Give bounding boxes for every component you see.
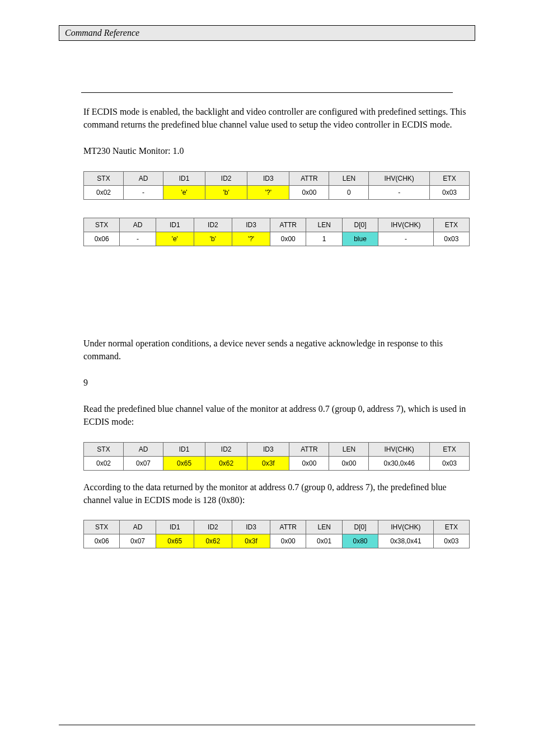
section-separator (81, 92, 453, 93)
table-header: IHV(CHK) (369, 442, 430, 456)
table-cell: 0x00 (270, 232, 306, 246)
table-header: ID3 (232, 218, 270, 232)
table-cell: 0x30,0x46 (369, 456, 430, 470)
ack-table: STXADID1ID2ID3ATTRLEND[0]IHV(CHK)ETX0x06… (83, 218, 470, 246)
table-header: ATTR (289, 442, 329, 456)
table-cell: - (123, 185, 163, 199)
footer-separator (59, 725, 475, 725)
table-header: ETX (433, 520, 469, 534)
table-header: ID2 (194, 218, 232, 232)
table-cell: 0x06 (84, 534, 120, 548)
table-cell: 0x01 (306, 534, 342, 548)
table-header: LEN (306, 218, 342, 232)
table-header: ID1 (163, 442, 205, 456)
table-cell: 0x03 (429, 456, 469, 470)
table-header: ID2 (205, 442, 247, 456)
table-header: LEN (329, 442, 369, 456)
table-header: ID1 (156, 520, 194, 534)
example-table-1: STXADID1ID2ID3ATTRLENIHV(CHK)ETX0x020x07… (83, 442, 470, 471)
table-cell: 0x3f (232, 534, 270, 548)
firmware-section: MT230 Nautic Monitor: 1.0 (83, 144, 470, 157)
table-cell: 0x06 (84, 232, 120, 246)
request-table-wrap: STXADID1ID2ID3ATTRLENIHV(CHK)ETX0x02-'e'… (83, 171, 470, 200)
nak-section: Under normal operation conditions, a dev… (83, 337, 470, 363)
example-t1-wrap: STXADID1ID2ID3ATTRLENIHV(CHK)ETX0x020x07… (83, 442, 470, 471)
table-header: ETX (429, 442, 469, 456)
table-header: AD (120, 218, 156, 232)
table-cell: 1 (306, 232, 342, 246)
example-p2-text: According to the data returned by the mo… (83, 481, 470, 506)
table-cell: 0x03 (429, 185, 469, 199)
table-header: ID1 (163, 171, 205, 185)
table-header: ETX (433, 218, 469, 232)
table-cell: 0x80 (342, 534, 378, 548)
table-cell: - (378, 232, 433, 246)
table-cell: 0x38,0x41 (378, 534, 433, 548)
table-header: ID2 (205, 171, 247, 185)
example-p1-text: Read the predefined blue channel value o… (83, 402, 470, 428)
page-header-text: Command Reference (65, 28, 139, 37)
table-header: AD (120, 520, 156, 534)
table-cell: 0x02 (84, 456, 124, 470)
table-cell: 'e' (156, 232, 194, 246)
table-header: ATTR (289, 171, 329, 185)
table-header: IHV(CHK) (369, 171, 430, 185)
table-cell: - (120, 232, 156, 246)
table-header: STX (84, 442, 124, 456)
table-header: IHV(CHK) (378, 520, 433, 534)
table-cell: 0x62 (205, 456, 247, 470)
table-cell: 0x00 (289, 456, 329, 470)
table-header: AD (123, 442, 163, 456)
table-cell: 0x3f (247, 456, 289, 470)
table-cell: '?' (232, 232, 270, 246)
table-cell: 0x07 (123, 456, 163, 470)
table-cell: 0x65 (156, 534, 194, 548)
description-section: If ECDIS mode is enabled, the backlight … (83, 105, 470, 131)
table-header: D[0] (342, 218, 378, 232)
table-cell: 0x62 (194, 534, 232, 548)
table-header: AD (123, 171, 163, 185)
table-cell: 0 (329, 185, 369, 199)
table-cell: - (369, 185, 430, 199)
table-cell: 0x03 (433, 534, 469, 548)
firmware-text: MT230 Nautic Monitor: 1.0 (83, 144, 470, 157)
nak-text: Under normal operation conditions, a dev… (83, 337, 470, 363)
table-header: ID3 (232, 520, 270, 534)
table-cell: 'b' (205, 185, 247, 199)
length-text: 9 (83, 376, 470, 389)
table-header: STX (84, 171, 124, 185)
table-cell: blue (342, 232, 378, 246)
table-header: ETX (429, 171, 469, 185)
request-table: STXADID1ID2ID3ATTRLENIHV(CHK)ETX0x02-'e'… (83, 171, 470, 200)
table-header: ID2 (194, 520, 232, 534)
table-header: ID3 (247, 442, 289, 456)
table-header: ID1 (156, 218, 194, 232)
example-t2-wrap: STXADID1ID2ID3ATTRLEND[0]IHV(CHK)ETX0x06… (83, 520, 470, 548)
table-cell: 'e' (163, 185, 205, 199)
table-header: ATTR (270, 218, 306, 232)
table-cell: 0x00 (289, 185, 329, 199)
table-header: IHV(CHK) (378, 218, 433, 232)
table-cell: 'b' (194, 232, 232, 246)
table-header: STX (84, 218, 120, 232)
table-cell: '?' (247, 185, 289, 199)
table-header: LEN (329, 171, 369, 185)
table-header: ID3 (247, 171, 289, 185)
page-header: Command Reference (59, 25, 475, 41)
table-header: STX (84, 520, 120, 534)
table-cell: 0x00 (270, 534, 306, 548)
example-p2-section: According to the data returned by the mo… (83, 481, 470, 506)
table-cell: 0x03 (433, 232, 469, 246)
table-cell: 0x00 (329, 456, 369, 470)
table-cell: 0x07 (120, 534, 156, 548)
example-p1-section: Read the predefined blue channel value o… (83, 402, 470, 428)
table-header: LEN (306, 520, 342, 534)
ack-table-wrap: STXADID1ID2ID3ATTRLEND[0]IHV(CHK)ETX0x06… (83, 218, 470, 246)
table-header: D[0] (342, 520, 378, 534)
length-section: 9 (83, 376, 470, 389)
table-cell: 0x65 (163, 456, 205, 470)
example-table-2: STXADID1ID2ID3ATTRLEND[0]IHV(CHK)ETX0x06… (83, 520, 470, 548)
table-cell: 0x02 (84, 185, 124, 199)
description-text: If ECDIS mode is enabled, the backlight … (83, 105, 470, 131)
table-header: ATTR (270, 520, 306, 534)
